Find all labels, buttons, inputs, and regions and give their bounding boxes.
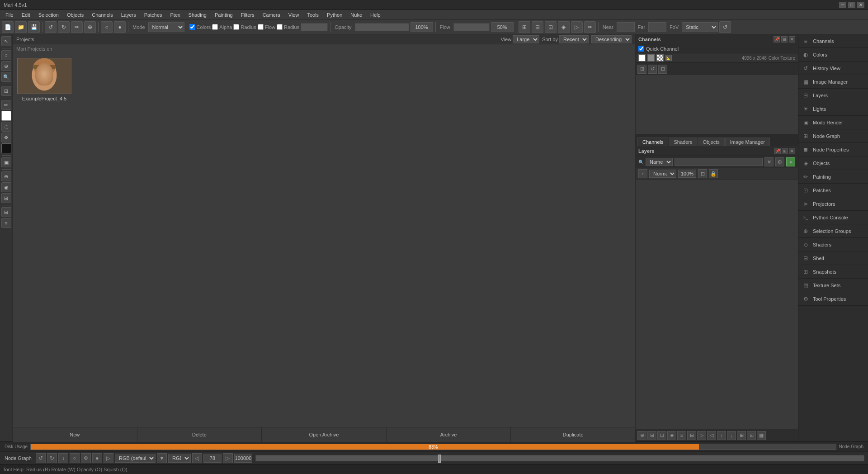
menu-file[interactable]: File <box>2 10 17 19</box>
left-zoom-btn[interactable]: 🔍 <box>1 72 11 82</box>
layers-tool-4[interactable]: ◈ <box>667 431 676 440</box>
tab-shaders[interactable]: Shaders <box>669 137 697 146</box>
filter-dropdown[interactable]: Name <box>646 158 673 166</box>
menu-filters[interactable]: Filters <box>237 10 258 19</box>
left-layers-btn[interactable]: ≡ <box>1 218 11 228</box>
sort-order-dropdown[interactable]: DescendingAscending <box>591 35 632 43</box>
ng-paint-btn[interactable]: ● <box>92 453 102 463</box>
panel-list-item-texture[interactable]: Texture Sets <box>798 279 868 292</box>
layers-tool-12[interactable]: ⊡ <box>747 431 756 440</box>
new-project-button[interactable]: New <box>13 427 137 442</box>
left-brush-btn[interactable]: ✏ <box>1 100 11 110</box>
left-eraser-btn[interactable]: ◌ <box>1 122 11 132</box>
panel-list-item-channels[interactable]: Channels <box>798 34 868 48</box>
toolbar-circle-btn[interactable]: ○ <box>101 21 113 33</box>
render-btn3[interactable]: ⊡ <box>545 21 557 33</box>
filter-settings-btn[interactable]: ⚙ <box>775 157 784 166</box>
menu-view[interactable]: View <box>285 10 303 19</box>
layers-float-btn[interactable]: ⊞ <box>782 148 788 154</box>
menu-python[interactable]: Python <box>323 10 346 19</box>
filter-input-area[interactable] <box>675 158 763 166</box>
layers-tool-6[interactable]: ⊟ <box>687 431 696 440</box>
menu-edit[interactable]: Edit <box>18 10 34 19</box>
ng-prev-frame-btn[interactable]: ◁ <box>192 453 202 463</box>
left-rect-btn[interactable]: ⊟ <box>1 207 11 217</box>
ng-refresh-btn[interactable]: ○ <box>70 453 80 463</box>
layers-tool-7[interactable]: ▷ <box>697 431 706 440</box>
left-fill-btn[interactable]: ◉ <box>1 182 11 192</box>
panel-list-item-colors[interactable]: Colors <box>798 48 868 62</box>
menu-tools[interactable]: Tools <box>303 10 322 19</box>
duplicate-button[interactable]: Duplicate <box>511 427 635 442</box>
menu-objects[interactable]: Objects <box>63 10 87 19</box>
opacity-value[interactable]: 100% <box>410 22 433 32</box>
ng-color-dropdown[interactable]: RGB (default) <box>115 454 156 463</box>
ng-frame-end[interactable]: 100000 <box>234 454 252 463</box>
flow-value[interactable]: 50% <box>491 22 514 32</box>
minimize-button[interactable]: ─ <box>839 2 846 8</box>
menu-camera[interactable]: Camera <box>259 10 284 19</box>
render-btn2[interactable]: ⊟ <box>532 21 543 33</box>
left-eyedropper-btn[interactable]: ⊕ <box>1 61 11 71</box>
toolbar-paint-btn[interactable]: ✏ <box>71 21 83 33</box>
panel-list-item-snapshots[interactable]: Snapshots <box>798 265 868 279</box>
filter-green-btn[interactable]: ● <box>786 157 795 166</box>
ng-undo-btn[interactable]: ↺ <box>36 453 46 463</box>
far-value[interactable] <box>648 22 666 32</box>
menu-nuke[interactable]: Nuke <box>347 10 366 19</box>
ng-next-frame-btn[interactable]: ▷ <box>223 453 233 463</box>
panel-list-item-selection[interactable]: Selection Groups <box>798 224 868 238</box>
layers-close-btn[interactable]: ✕ <box>789 148 795 154</box>
layers-tool-1[interactable]: ⊕ <box>637 431 646 440</box>
left-circle-btn[interactable]: ○ <box>1 50 11 60</box>
layers-tool-9[interactable]: ↑ <box>717 431 726 440</box>
toolbar-dot-btn[interactable]: ● <box>114 21 126 33</box>
panel-list-item-python[interactable]: Python Console <box>798 211 868 224</box>
left-move-btn[interactable]: ✥ <box>1 133 11 142</box>
layers-tool-10[interactable]: ↓ <box>727 431 736 440</box>
panel-list-item-shaders[interactable]: Shaders <box>798 238 868 251</box>
ng-slider[interactable] <box>255 455 864 461</box>
panel-list-item-modo[interactable]: Modo Render <box>798 116 868 129</box>
panel-list-item-node-props[interactable]: Node Properties <box>798 143 868 156</box>
fov-reset-btn[interactable]: ↺ <box>719 21 731 33</box>
layers-tool-8[interactable]: ◁ <box>707 431 716 440</box>
panel-list-item-objects[interactable]: Objects <box>798 156 868 170</box>
sort-dropdown[interactable]: RecentName <box>559 35 589 43</box>
layer-add-btn[interactable]: + <box>638 169 647 178</box>
alpha-checkbox[interactable] <box>212 24 218 30</box>
menu-help[interactable]: Help <box>367 10 384 19</box>
left-select-btn[interactable]: ↖ <box>1 36 11 46</box>
channels-close-btn[interactable]: ✕ <box>789 36 795 43</box>
radius2-checkbox[interactable] <box>277 24 283 30</box>
tab-channels[interactable]: Channels <box>637 137 668 146</box>
render-btn1[interactable]: ⊞ <box>519 21 530 33</box>
radius-checkbox[interactable] <box>233 24 239 30</box>
channels-tool-2[interactable]: ↺ <box>648 65 657 74</box>
open-archive-button[interactable]: Open Archive <box>262 427 387 442</box>
toolbar-new-btn[interactable]: 📄 <box>2 21 14 33</box>
menu-shading[interactable]: Shading <box>185 10 210 19</box>
layers-tool-2[interactable]: ⊞ <box>647 431 656 440</box>
panel-list-item-painting[interactable]: Painting <box>798 170 868 184</box>
panel-list-item-node-graph[interactable]: Node Graph <box>798 129 868 143</box>
colors-checkbox[interactable] <box>189 24 195 30</box>
ng-small-btn[interactable]: ▼ <box>157 453 167 463</box>
menu-painting[interactable]: Painting <box>211 10 236 19</box>
menu-ptex[interactable]: Ptex <box>167 10 184 19</box>
panel-list-item-patches[interactable]: Patches <box>798 184 868 197</box>
left-white-swatch[interactable] <box>1 111 11 121</box>
near-value[interactable] <box>617 22 635 32</box>
toolbar-save-btn[interactable]: 💾 <box>28 21 40 33</box>
left-clone-btn[interactable]: ⊕ <box>1 171 11 181</box>
left-grid-btn[interactable]: ⊞ <box>1 86 11 96</box>
left-marker-btn[interactable]: ▣ <box>1 157 11 167</box>
left-black-swatch[interactable] <box>1 143 11 153</box>
layer-mode-dropdown[interactable]: Normal <box>649 170 676 178</box>
layers-tool-13[interactable]: ▦ <box>757 431 766 440</box>
filter-clear-btn[interactable]: ✕ <box>764 157 774 166</box>
fov-dropdown[interactable]: Static <box>682 22 718 32</box>
layers-tool-3[interactable]: ⊡ <box>657 431 666 440</box>
ng-frame-start[interactable]: 78 <box>203 454 222 463</box>
channels-tool-1[interactable]: ⊞ <box>637 65 646 74</box>
